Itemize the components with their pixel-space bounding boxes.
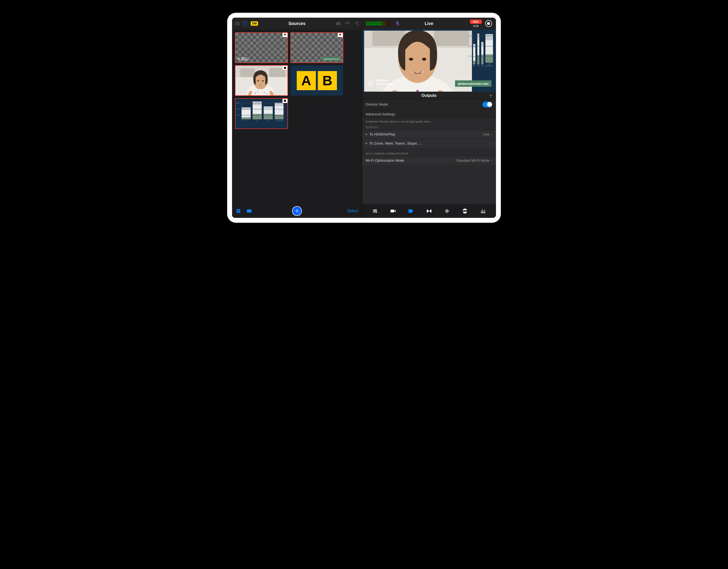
outputs-group-header: OUTPUTS	[362, 124, 496, 130]
live-title: Live	[425, 21, 433, 26]
image-icon	[283, 99, 288, 103]
live-header: Live REC 0:08	[362, 18, 496, 29]
transition-a: A	[296, 71, 316, 90]
stats-icon[interactable]	[480, 208, 486, 214]
output-conferencing-row[interactable]: To Zoom, Meet, Teams, Skype, ... ›	[362, 139, 496, 148]
chevron-right-icon: ›	[491, 112, 492, 116]
record-badge: REC	[470, 20, 482, 24]
camera-icon[interactable]	[336, 21, 341, 26]
wifi-mode-row[interactable]: Wi-Fi Optimization Mode Standard Wi-Fi M…	[362, 156, 496, 165]
director-mode-row[interactable]: Director Mode	[362, 99, 496, 110]
director-mode-badge: DM	[251, 21, 258, 26]
director-mode-helper: Enable the Director Mode to record high …	[362, 118, 496, 124]
chevron-right-icon: ›	[491, 132, 492, 136]
chart-thumbnail: 2000 4000 6000 Q1 Q2 Q3 Q4 (Expecte	[235, 99, 287, 128]
svg-rect-19	[239, 211, 240, 213]
sources-title: Sources	[288, 21, 305, 26]
live-panel: Live REC 0:08	[362, 18, 496, 218]
sources-panel: i DM Sources AF	[232, 18, 362, 218]
sync-icon[interactable]	[462, 208, 468, 214]
brand-logo-overlay: Globex Sylvester	[237, 57, 249, 61]
svg-point-14	[264, 92, 265, 93]
source-thumbnail-1[interactable]: Globex Sylvester	[235, 32, 288, 63]
svg-rect-18	[237, 211, 238, 213]
source-thumbnail-5[interactable]: 2000 4000 6000 Q1 Q2 Q3 Q4 (Expecte	[235, 98, 288, 129]
svg-rect-16	[237, 209, 238, 211]
add-source-button[interactable]	[292, 206, 302, 216]
pip-view-button[interactable]	[247, 209, 252, 213]
svg-point-40	[375, 209, 377, 210]
svg-rect-6	[240, 68, 255, 77]
settings-sliders-icon[interactable]	[372, 208, 378, 214]
svg-rect-17	[239, 209, 240, 211]
source-thumbnail-4[interactable]: A B	[290, 65, 343, 96]
svg-rect-21	[249, 211, 251, 212]
director-mode-toggle[interactable]	[482, 102, 492, 107]
layer-icon	[283, 33, 288, 37]
svg-point-15	[266, 93, 267, 94]
select-button[interactable]: Select	[347, 209, 358, 213]
url-overlay: globexsylvester.com	[322, 57, 341, 61]
source-thumbnail-3[interactable]	[235, 65, 288, 96]
output-icon[interactable]	[408, 208, 414, 214]
source-thumbnail-2[interactable]: globexsylvester.com	[290, 32, 343, 63]
svg-point-42	[376, 211, 377, 213]
sources-footer: Select	[232, 204, 362, 218]
layer-icon	[338, 33, 343, 37]
svg-rect-26	[434, 31, 469, 46]
device-bezel: i DM Sources AF	[227, 13, 501, 223]
share-icon[interactable]	[354, 21, 359, 26]
stop-record-button[interactable]	[485, 20, 492, 27]
svg-point-29	[409, 58, 413, 61]
sources-grid: Globex Sylvester globexsylvester.com	[232, 29, 362, 204]
live-preview: 2000 4000 6000 Q1 Q2 Q3 Q4 (Expected)	[362, 29, 496, 92]
audio-meter	[366, 22, 390, 26]
transition-b: B	[318, 71, 337, 90]
chevron-right-icon: ›	[491, 141, 492, 146]
video-camera-icon[interactable]	[390, 208, 396, 214]
outputs-section: Outputs Director Mode Advanced Settings …	[362, 92, 496, 204]
audio-waveform-icon[interactable]	[444, 208, 450, 214]
wifi-group-header: WI-FI CAMERA COMMUNICATION	[362, 151, 496, 156]
sources-header: i DM Sources AF	[232, 18, 362, 29]
app-screen: i DM Sources AF	[232, 18, 496, 218]
add-output-button[interactable]	[489, 93, 493, 98]
svg-point-41	[374, 210, 375, 211]
svg-point-12	[255, 93, 256, 94]
chevron-right-icon: ›	[491, 158, 492, 163]
grid-view-button[interactable]	[236, 209, 241, 213]
outputs-header: Outputs	[362, 92, 496, 99]
brand-url: globexsylvester.com	[455, 80, 491, 87]
live-chart: 2000 4000 6000 Q1 Q2 Q3 Q4 (Expected)	[473, 33, 493, 73]
transition-icon[interactable]	[426, 208, 432, 214]
image-icon	[283, 66, 288, 70]
svg-point-30	[422, 58, 426, 61]
advanced-settings-row[interactable]: Advanced Settings ›	[362, 110, 496, 119]
output-hdmi-row[interactable]: To HDMI/AirPlay Live ›	[362, 130, 496, 139]
info-button[interactable]: i	[243, 21, 248, 26]
menu-button[interactable]	[235, 22, 240, 25]
brand-logo: Globex Sylvester Investment Firm	[367, 78, 393, 89]
svg-point-10	[257, 80, 259, 82]
autofocus-button[interactable]: AF	[345, 21, 350, 26]
device-frame: i DM Sources AF	[218, 4, 509, 232]
microphone-muted-icon[interactable]	[395, 21, 400, 26]
svg-point-13	[257, 92, 258, 93]
record-time: 0:08	[473, 25, 479, 27]
svg-point-11	[262, 80, 264, 82]
live-footer	[362, 204, 496, 218]
